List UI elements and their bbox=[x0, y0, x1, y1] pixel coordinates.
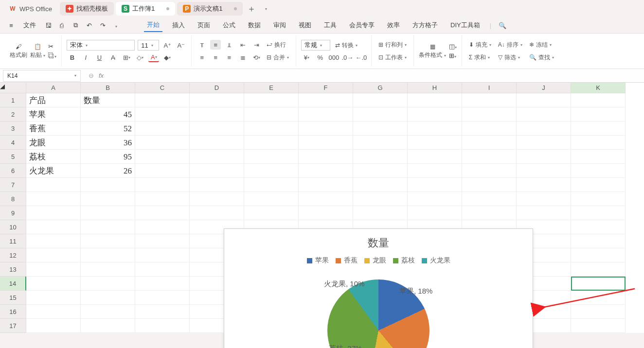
fill-color-button[interactable]: ◇▾ bbox=[135, 52, 145, 62]
cell[interactable] bbox=[135, 122, 190, 136]
tab-templates[interactable]: ✦ 找稻壳模板 bbox=[60, 2, 114, 16]
cell[interactable] bbox=[408, 107, 462, 122]
cell[interactable] bbox=[353, 150, 408, 164]
row-header[interactable]: 10 bbox=[0, 220, 26, 234]
cell[interactable] bbox=[26, 291, 81, 305]
undo-icon[interactable]: ↶ bbox=[85, 22, 93, 29]
cell[interactable] bbox=[462, 164, 517, 178]
cell[interactable] bbox=[135, 206, 190, 220]
cell[interactable] bbox=[517, 192, 571, 206]
cell[interactable] bbox=[190, 206, 244, 220]
align-middle-button[interactable]: ≡ bbox=[210, 40, 221, 50]
cell[interactable] bbox=[571, 220, 626, 234]
cell[interactable] bbox=[408, 93, 462, 107]
cell[interactable] bbox=[26, 192, 81, 206]
cell[interactable] bbox=[353, 93, 408, 107]
cell[interactable] bbox=[135, 107, 190, 122]
cell[interactable] bbox=[517, 164, 571, 178]
cell[interactable] bbox=[135, 164, 190, 178]
cell[interactable] bbox=[571, 136, 626, 150]
paste-button[interactable]: 📋 粘贴 ▾ bbox=[30, 43, 45, 59]
cell[interactable] bbox=[81, 319, 135, 333]
cell[interactable] bbox=[135, 234, 190, 248]
cell[interactable] bbox=[135, 192, 190, 206]
cell[interactable] bbox=[571, 164, 626, 178]
row-header[interactable]: 15 bbox=[0, 291, 26, 305]
new-tab-button[interactable]: ＋ bbox=[245, 2, 258, 16]
menu-tools[interactable]: 工具 bbox=[321, 19, 340, 32]
cell[interactable] bbox=[135, 305, 190, 319]
cell[interactable] bbox=[244, 178, 299, 192]
col-header[interactable]: A bbox=[26, 83, 81, 93]
sum-button[interactable]: Σ 求和 ▾ bbox=[467, 52, 493, 63]
cell[interactable]: 火龙果 bbox=[26, 164, 81, 178]
row-header[interactable]: 6 bbox=[0, 164, 26, 178]
cell[interactable] bbox=[571, 150, 626, 164]
row-header[interactable]: 13 bbox=[0, 262, 26, 277]
cell[interactable] bbox=[571, 206, 626, 220]
align-right-button[interactable]: ≡ bbox=[224, 52, 234, 62]
cell[interactable] bbox=[517, 206, 571, 220]
cell[interactable] bbox=[190, 164, 244, 178]
cell[interactable] bbox=[26, 277, 81, 291]
align-top-button[interactable]: ⫪ bbox=[197, 40, 207, 50]
cell[interactable] bbox=[26, 262, 81, 277]
cell[interactable] bbox=[408, 136, 462, 150]
cell[interactable] bbox=[462, 122, 517, 136]
cell-styles-button[interactable]: ◫▾ bbox=[449, 43, 457, 50]
cell[interactable] bbox=[81, 220, 135, 234]
highlight-button[interactable]: ◆▾ bbox=[162, 52, 173, 62]
chart-object[interactable]: 数量 苹果 香蕉 龙眼 荔枝 火龙果 苹果, 18% 香蕉, 21% 龙眼, 1… bbox=[224, 228, 533, 348]
font-increase-button[interactable]: A⁺ bbox=[162, 40, 173, 50]
menu-diy[interactable]: DIY工具箱 bbox=[447, 19, 483, 32]
copy-button[interactable]: ⿻▾ bbox=[48, 52, 56, 59]
cell[interactable] bbox=[353, 136, 408, 150]
col-header[interactable]: D bbox=[190, 83, 244, 93]
row-header[interactable]: 5 bbox=[0, 150, 26, 164]
cell[interactable] bbox=[244, 122, 299, 136]
cell[interactable] bbox=[135, 220, 190, 234]
font-decrease-button[interactable]: A⁻ bbox=[176, 40, 186, 50]
cell[interactable]: 36 bbox=[81, 136, 135, 150]
cell[interactable]: 45 bbox=[81, 107, 135, 122]
cell[interactable] bbox=[517, 178, 571, 192]
col-header[interactable]: H bbox=[408, 83, 462, 93]
cell[interactable] bbox=[190, 93, 244, 107]
col-header[interactable]: F bbox=[299, 83, 353, 93]
cell[interactable] bbox=[190, 150, 244, 164]
font-color-button[interactable]: A▾ bbox=[148, 52, 159, 62]
cell[interactable] bbox=[190, 192, 244, 206]
menu-ffgz[interactable]: 方方格子 bbox=[410, 19, 441, 32]
cell[interactable] bbox=[135, 291, 190, 305]
cell[interactable] bbox=[81, 277, 135, 291]
col-header[interactable]: C bbox=[135, 83, 190, 93]
cell[interactable] bbox=[408, 192, 462, 206]
cell[interactable] bbox=[462, 192, 517, 206]
worksheet-button[interactable]: ⊡ 工作表 ▾ bbox=[376, 52, 409, 63]
cell[interactable] bbox=[571, 319, 626, 333]
cell[interactable] bbox=[299, 107, 353, 122]
row-header[interactable]: 14 bbox=[0, 277, 26, 291]
cell[interactable] bbox=[299, 122, 353, 136]
indent-increase-button[interactable]: ⇥ bbox=[251, 40, 262, 50]
cell[interactable]: 龙眼 bbox=[26, 136, 81, 150]
menu-home[interactable]: 开始 bbox=[144, 18, 162, 32]
cell[interactable] bbox=[244, 206, 299, 220]
row-header[interactable]: 8 bbox=[0, 192, 26, 206]
align-center-button[interactable]: ≡ bbox=[210, 52, 221, 62]
cell[interactable]: 苹果 bbox=[26, 107, 81, 122]
cell[interactable] bbox=[244, 150, 299, 164]
underline-button[interactable]: U bbox=[94, 52, 105, 62]
cell[interactable] bbox=[571, 122, 626, 136]
cell[interactable] bbox=[299, 192, 353, 206]
menu-efficiency[interactable]: 效率 bbox=[384, 19, 403, 32]
cell[interactable] bbox=[517, 93, 571, 107]
hamburger-icon[interactable]: ≡ bbox=[7, 22, 16, 29]
cell[interactable] bbox=[408, 206, 462, 220]
font-size-select[interactable]: 11▾ bbox=[138, 40, 159, 51]
cell[interactable] bbox=[81, 192, 135, 206]
cell[interactable] bbox=[353, 192, 408, 206]
name-box[interactable]: K14 ▾ bbox=[3, 70, 81, 82]
cell[interactable] bbox=[135, 150, 190, 164]
tab-menu-button[interactable]: ▾ bbox=[260, 2, 272, 16]
